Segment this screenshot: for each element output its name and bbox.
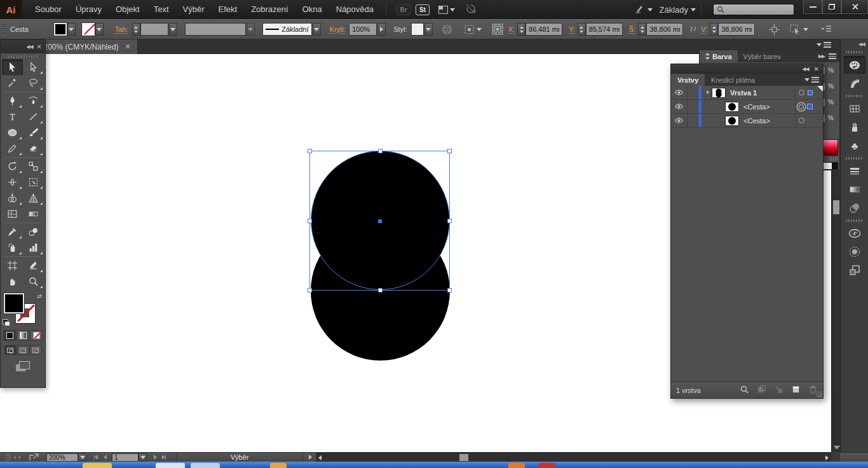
constrain-proportions-icon[interactable] [688,24,698,34]
selection-bounding-box[interactable] [309,151,450,291]
tools-panel-grip[interactable] [8,55,37,58]
document-tab-close-icon[interactable]: ✕ [125,43,131,51]
restore-button[interactable] [822,0,841,14]
paint-color-button[interactable] [3,330,16,341]
workspace-dropdown-icon[interactable] [691,8,696,11]
taskbar-app-icon[interactable] [156,463,185,468]
layers-close-icon[interactable]: ✕ [814,65,819,72]
tab-barva[interactable]: Barva [700,50,738,62]
sync-settings-icon[interactable] [5,454,22,461]
isolate-selection-dropdown[interactable] [477,28,482,31]
dock-group-grip[interactable] [846,157,864,160]
graphic-style-swatch[interactable] [411,23,424,36]
slice-tool[interactable] [23,258,44,273]
y-input[interactable] [586,23,623,36]
height-stepper[interactable] [710,23,718,36]
last-artboard-button[interactable] [159,453,168,462]
stroke-weight-value[interactable] [140,23,168,36]
tab-vyber-barev[interactable]: Výběr barev [738,50,787,62]
selection-center-point[interactable] [378,219,382,223]
stroke-weight-stepper[interactable] [132,23,140,36]
first-artboard-button[interactable] [92,453,100,462]
path-row[interactable]: <Cesta> [671,100,823,114]
pencil-tool[interactable] [2,141,23,156]
swap-fill-stroke-icon[interactable]: ⇄ [37,293,42,299]
isolate-selection-icon[interactable] [464,24,475,35]
workspace-name[interactable]: Základy [659,5,688,15]
arrange-documents-icon[interactable] [438,6,455,14]
menu-item-1[interactable]: Úpravy [69,0,109,19]
selection-indicator[interactable] [807,104,813,109]
artboards-panel-button[interactable] [844,261,865,279]
fill-proxy-swatch[interactable] [4,293,24,313]
draw-inside-button[interactable] [30,345,42,355]
default-fill-stroke-icon[interactable] [3,319,10,326]
menu-item-2[interactable]: Objekt [109,0,147,19]
scroll-right-icon[interactable] [825,455,829,460]
mesh-tool[interactable] [2,206,23,222]
zoom-level-input[interactable] [46,453,78,462]
transform-icon[interactable] [769,24,780,35]
menu-item-0[interactable]: Soubor [28,0,69,19]
stroke-color-swatch[interactable] [82,23,95,36]
share-icon[interactable] [29,453,39,461]
target-icon-targeted[interactable] [799,104,804,109]
layers-resize-grip[interactable] [816,391,822,397]
bridge-button[interactable]: Br [397,4,410,15]
zoom-tool[interactable] [23,273,44,289]
menu-item-7[interactable]: Okna [295,0,329,19]
width-profile-dropdown[interactable] [185,23,246,36]
path-thumbnail[interactable] [725,116,739,126]
new-sublayer-button[interactable] [774,385,783,396]
fill-color-dropdown[interactable] [67,23,76,36]
eyedropper-tool[interactable] [2,224,23,240]
menu-item-3[interactable]: Text [147,0,176,19]
transparency-panel-button[interactable] [844,199,865,217]
visibility-toggle[interactable] [671,114,688,127]
horizontal-scrollbar-thumb[interactable] [459,454,468,461]
document-setup-icon[interactable] [442,24,452,35]
minimize-button[interactable] [803,0,822,14]
curvature-tool[interactable] [23,93,44,109]
selection-indicator[interactable] [808,90,813,95]
rotate-tool[interactable] [2,158,23,174]
layers-menu-chevron-icon[interactable] [804,78,810,81]
lasso-tool[interactable] [23,75,44,91]
ellipse-tool[interactable] [2,125,23,141]
opacity-label[interactable]: Krytí: [330,25,346,33]
path-name[interactable]: <Cesta> [743,103,770,111]
select-similar-icon[interactable] [790,24,801,35]
taskbar-app-icon[interactable] [539,463,555,468]
line-segment-tool[interactable] [23,109,44,125]
control-panel-menu-icon[interactable] [821,25,831,33]
close-button[interactable] [841,0,868,14]
gradient-panel-button[interactable] [844,181,865,198]
artboard-dropdown[interactable] [139,453,147,462]
stroke-panel-button[interactable] [844,162,865,180]
path-name[interactable]: <Cesta> [743,117,770,125]
artboard-number-input[interactable] [112,453,139,462]
x-stepper[interactable] [517,23,526,36]
stroke-color-dropdown[interactable] [95,23,104,36]
dock-group-grip[interactable] [846,51,864,53]
color-panel-grip[interactable] [829,157,838,161]
symbol-sprayer-tool[interactable] [2,240,23,256]
appearance-panel-button[interactable] [844,243,865,261]
stroke-weight-label[interactable]: Tah: [115,25,128,33]
vertical-scrollbar-thumb[interactable] [833,200,839,214]
x-input[interactable] [526,23,562,36]
next-artboard-button[interactable] [151,453,159,462]
dock-collapse-icon[interactable]: ◀◀ [841,39,868,48]
stroke-style-dropdown-arrow[interactable] [313,23,321,36]
draw-behind-button[interactable] [17,345,29,355]
tools-close-icon[interactable]: ✕ [37,43,42,50]
search-box[interactable] [713,4,794,15]
y-stepper[interactable] [578,23,586,36]
scroll-left-icon[interactable] [318,455,322,460]
dock-group-grip[interactable] [846,219,864,222]
clipping-mask-button[interactable] [757,385,766,396]
artboard-tool[interactable] [2,258,23,273]
layers-collapse-icon[interactable]: ◀◀ [802,66,808,72]
hand-tool[interactable] [2,273,23,289]
perspective-grid-tool[interactable] [23,190,44,206]
